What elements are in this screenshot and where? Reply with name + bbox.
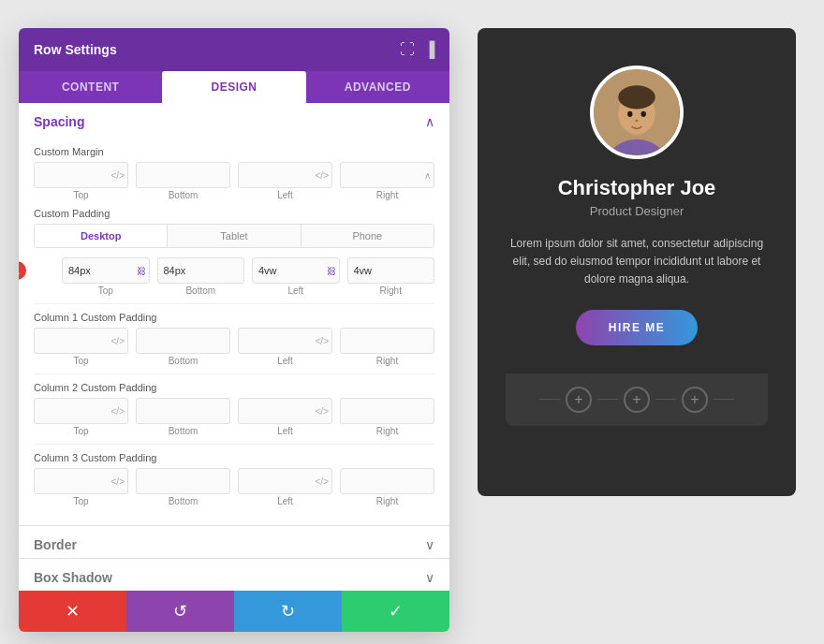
col2-right-input[interactable] <box>340 398 434 424</box>
device-tab-phone[interactable]: Phone <box>302 225 434 247</box>
divider-left <box>539 399 560 400</box>
margin-bottom-label: Bottom <box>136 190 230 200</box>
cancel-button[interactable]: ✕ <box>19 591 126 632</box>
box-shadow-title: Box Shadow <box>34 570 112 585</box>
profile-name: Christopher Joe <box>558 176 716 200</box>
row-settings-panel: Row Settings ⛶ ▐ Content Design Advanced… <box>19 28 449 632</box>
padding-right-input[interactable] <box>347 257 435 284</box>
col2-link-icon-1: </> <box>111 406 125 417</box>
margin-left-label: Left <box>238 190 332 200</box>
col2-labels: Top Bottom Left Right <box>34 426 434 436</box>
col3-top-label: Top <box>34 496 128 506</box>
col2-link-icon-2: </> <box>316 406 329 417</box>
profile-add-button-3[interactable]: + <box>682 387 708 413</box>
device-tab-tablet[interactable]: Tablet <box>168 225 301 247</box>
col3-left-pair: </> <box>238 468 332 494</box>
margin-link-icon-1: </> <box>111 170 125 181</box>
padding-inputs-wrapper: 1 ⛓ ⛓ <box>34 257 434 296</box>
col2-right-pair <box>340 398 434 424</box>
profile-add-button-1[interactable]: + <box>566 387 592 413</box>
box-shadow-toggle-icon: ∨ <box>425 570 434 585</box>
padding-left-pair: ⛓ <box>252 257 340 284</box>
profile-title: Product Designer <box>590 204 684 218</box>
col2-padding-inputs: </> </> <box>34 398 434 424</box>
change-badge: 1 <box>19 261 26 280</box>
col2-left-label: Left <box>238 426 332 436</box>
col1-link-icon-2: </> <box>316 336 329 346</box>
border-section-header[interactable]: Border ∨ <box>19 526 449 558</box>
margin-right-label: Right <box>340 190 434 200</box>
spacing-content: Custom Margin </> </> ∧ T <box>19 135 449 525</box>
col1-left-pair: </> <box>238 328 332 354</box>
divider-right <box>714 399 734 400</box>
profile-add-button-2[interactable]: + <box>624 387 650 413</box>
device-tab-desktop[interactable]: Desktop <box>35 225 168 247</box>
col2-right-label: Right <box>340 426 434 436</box>
padding-bottom-input[interactable] <box>157 257 245 284</box>
col3-bottom-input[interactable] <box>136 468 230 494</box>
col1-top-label: Top <box>34 356 128 366</box>
panel-header-icons: ⛶ ▐ <box>400 41 434 58</box>
margin-right-input[interactable] <box>340 162 434 188</box>
col3-right-pair <box>340 468 434 494</box>
padding-labels: Top Bottom Left Right <box>62 285 434 296</box>
padding-right-pair <box>347 257 435 284</box>
redo-button[interactable]: ↻ <box>234 591 342 632</box>
undo-button[interactable]: ↺ <box>126 591 234 632</box>
col2-bottom-input[interactable] <box>136 398 230 424</box>
tab-advanced[interactable]: Advanced <box>306 71 449 103</box>
spacing-section-header[interactable]: Spacing ∧ <box>19 103 449 135</box>
padding-inputs: ⛓ ⛓ <box>62 257 434 284</box>
col3-padding-label: Column 3 Custom Padding <box>34 452 434 463</box>
custom-margin-inputs: </> </> ∧ <box>34 162 434 188</box>
divider-mid1 <box>597 399 618 400</box>
tab-design[interactable]: Design <box>162 71 305 103</box>
col3-right-label: Right <box>340 496 434 506</box>
save-button[interactable]: ✓ <box>342 591 449 632</box>
col3-right-input[interactable] <box>340 468 434 494</box>
col3-labels: Top Bottom Left Right <box>34 496 434 506</box>
divider-mid2 <box>655 399 676 400</box>
margin-top-label: Top <box>34 190 128 200</box>
border-toggle-icon: ∨ <box>425 537 434 552</box>
padding-top-label: Top <box>62 285 150 296</box>
device-tabs: Desktop Tablet Phone <box>34 224 434 248</box>
custom-padding-label: Custom Padding <box>34 208 434 219</box>
padding-bottom-label: Bottom <box>157 285 245 296</box>
margin-link-icon-2: </> <box>316 170 329 181</box>
col2-padding-label: Column 2 Custom Padding <box>34 382 434 393</box>
col3-bottom-pair <box>136 468 230 494</box>
margin-bottom-input[interactable] <box>136 162 230 188</box>
hire-me-button[interactable]: HIRE ME <box>576 310 699 345</box>
svg-point-6 <box>641 111 646 117</box>
col3-link-icon-1: </> <box>111 476 125 487</box>
svg-point-4 <box>618 85 655 109</box>
spacing-title: Spacing <box>34 114 84 129</box>
margin-right-pair: ∧ <box>340 162 434 188</box>
col1-bottom-input[interactable] <box>136 328 230 354</box>
fullscreen-icon[interactable]: ⛶ <box>400 41 415 58</box>
svg-point-5 <box>627 111 632 117</box>
padding-bottom-pair <box>157 257 245 284</box>
margin-labels: Top Bottom Left Right <box>34 190 434 200</box>
panel-header: Row Settings ⛶ ▐ <box>19 28 449 71</box>
box-shadow-section-header[interactable]: Box Shadow ∨ <box>19 559 449 591</box>
margin-up-icon: ∧ <box>424 170 431 181</box>
col1-link-icon-1: </> <box>111 336 125 346</box>
profile-bottom-bar: + + + <box>506 373 768 426</box>
col3-bottom-label: Bottom <box>136 496 230 506</box>
margin-bottom-pair <box>136 162 230 188</box>
col1-left-label: Left <box>238 356 332 366</box>
col1-labels: Top Bottom Left Right <box>34 356 434 366</box>
panel-title: Row Settings <box>34 42 117 57</box>
divider-3 <box>34 444 434 445</box>
split-icon[interactable]: ▐ <box>424 41 434 58</box>
tab-content[interactable]: Content <box>19 71 162 103</box>
col3-left-label: Left <box>238 496 332 506</box>
col1-right-label: Right <box>340 356 434 366</box>
col1-bottom-pair <box>136 328 230 354</box>
padding-left-label: Left <box>252 285 340 296</box>
padding-link-icon-2: ⛓ <box>327 266 336 276</box>
padding-right-label: Right <box>347 285 435 296</box>
col1-right-input[interactable] <box>340 328 434 354</box>
